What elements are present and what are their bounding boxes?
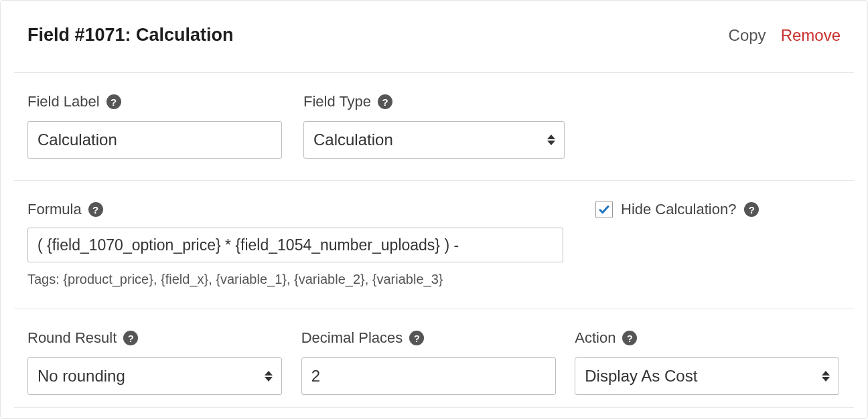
round-result-select[interactable]: No rounding [27, 357, 282, 395]
help-icon[interactable]: ? [409, 331, 424, 345]
row-label-type: Field Label ? Field Type ? Calculation [14, 72, 854, 180]
panel-title: Field #1071: Calculation [27, 25, 234, 46]
round-result-labelrow: Round Result ? [27, 329, 301, 347]
hide-calc-label: Hide Calculation? [621, 201, 736, 218]
formula-labelrow: Formula ? [27, 201, 579, 218]
row-formula: Formula ? Tags: {product_price}, {field_… [14, 180, 854, 309]
help-icon[interactable]: ? [378, 94, 392, 109]
decimal-places-label: Decimal Places [301, 329, 403, 347]
hide-calc-group: Hide Calculation? ? [579, 201, 841, 287]
formula-group: Formula ? Tags: {product_price}, {field_… [27, 201, 579, 287]
formula-tags-hint: Tags: {product_price}, {field_x}, {varia… [27, 272, 579, 287]
field-label-labelrow: Field Label ? [27, 93, 303, 110]
field-type-labelrow: Field Type ? [303, 93, 579, 110]
decimal-places-labelrow: Decimal Places ? [301, 329, 575, 347]
field-label-label: Field Label [27, 93, 100, 110]
hide-calc-checkbox[interactable] [595, 201, 613, 218]
field-label-group: Field Label ? [27, 93, 303, 159]
help-icon[interactable]: ? [88, 202, 103, 217]
action-select[interactable]: Display As Cost [575, 357, 839, 395]
header-actions: Copy Remove [729, 26, 841, 45]
check-icon [598, 203, 610, 216]
help-icon[interactable]: ? [622, 331, 637, 345]
copy-button[interactable]: Copy [729, 26, 766, 45]
field-label-input[interactable] [27, 121, 282, 159]
round-result-value: No rounding [27, 357, 282, 395]
action-group: Action ? Display As Cost [575, 329, 841, 395]
round-result-label: Round Result [27, 329, 117, 347]
panel-header: Field #1071: Calculation Copy Remove [14, 9, 854, 72]
hide-calc-row: Hide Calculation? ? [579, 201, 841, 218]
action-value: Display As Cost [575, 357, 839, 395]
field-type-group: Field Type ? Calculation [303, 93, 579, 159]
action-labelrow: Action ? [575, 329, 841, 347]
row-round-decimal-action: Round Result ? No rounding Decimal Place… [14, 309, 854, 408]
formula-input[interactable] [27, 228, 563, 262]
help-icon[interactable]: ? [106, 94, 121, 109]
formula-label: Formula [27, 201, 82, 218]
action-label: Action [575, 329, 616, 347]
decimal-places-group: Decimal Places ? [301, 329, 575, 395]
help-icon[interactable]: ? [744, 202, 759, 217]
field-type-label: Field Type [303, 93, 371, 110]
remove-button[interactable]: Remove [781, 26, 841, 45]
field-config-panel: Field #1071: Calculation Copy Remove Fie… [0, 0, 868, 419]
round-result-group: Round Result ? No rounding [27, 329, 301, 395]
field-type-value: Calculation [303, 121, 565, 159]
decimal-places-input[interactable] [301, 357, 556, 395]
help-icon[interactable]: ? [123, 331, 138, 345]
field-type-select[interactable]: Calculation [303, 121, 565, 159]
